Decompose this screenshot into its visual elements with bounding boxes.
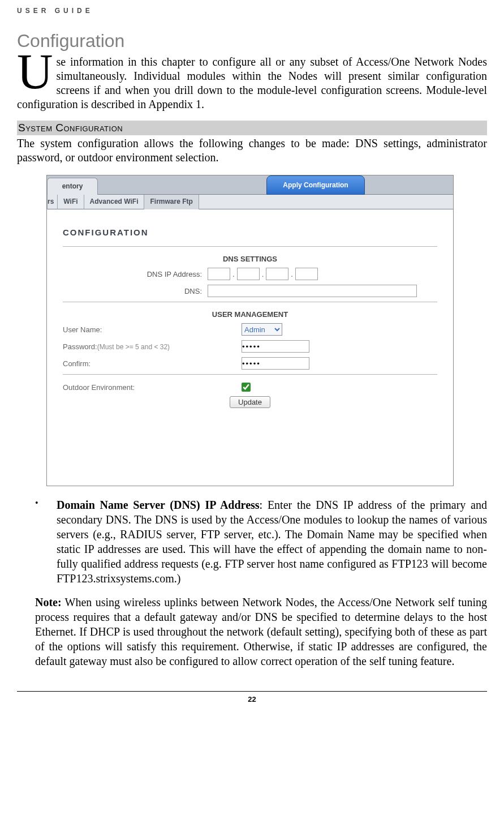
dot-icon: .: [260, 270, 266, 278]
password-input[interactable]: [242, 340, 309, 353]
system-configuration-heading: System Configuration: [17, 121, 487, 135]
config-panel-title: CONFIGURATION: [63, 228, 437, 237]
tab-wifi[interactable]: WiFi: [58, 195, 84, 209]
dns-ip-octet-2[interactable]: [237, 268, 260, 280]
dns-ip-octet-3[interactable]: [266, 268, 288, 280]
dot-icon: .: [288, 270, 295, 278]
note-paragraph: Note: When using wireless uplinks betwee…: [35, 595, 487, 668]
password-row: Password:(Must be >= 5 and < 32): [63, 340, 437, 353]
intro-paragraph: Use information in this chapter to confi…: [17, 55, 487, 111]
tab-firmware-ftp[interactable]: Firmware Ftp: [144, 195, 199, 209]
config-panel: CONFIGURATION DNS SETTINGS DNS IP Addres…: [47, 209, 453, 408]
dns-name-label: DNS:: [63, 287, 208, 295]
user-name-select[interactable]: Admin: [242, 323, 282, 336]
user-management-heading: USER MANAGEMENT: [63, 310, 437, 319]
dropcap: U: [17, 55, 57, 89]
tab-rs[interactable]: rs: [47, 195, 58, 209]
footer-rule: [17, 691, 487, 692]
bullet-dns-ip: • Domain Name Server (DNS) IP Address: E…: [35, 497, 487, 586]
tab-inventory[interactable]: entory: [47, 178, 98, 195]
confirm-input[interactable]: [242, 357, 309, 370]
dns-name-input[interactable]: [208, 285, 417, 297]
dns-ip-octet-1[interactable]: [208, 268, 230, 280]
user-name-row: User Name: Admin: [63, 323, 437, 336]
bullet-title: Domain Name Server (DNS) IP Address: [57, 499, 260, 511]
bullet-text: Domain Name Server (DNS) IP Address: Ent…: [57, 497, 487, 586]
note-body: When using wireless uplinks between Netw…: [35, 596, 487, 667]
tab-apply-configuration[interactable]: Apply Configuration: [266, 175, 365, 195]
tab-advanced-wifi[interactable]: Advanced WiFi: [84, 195, 145, 209]
dns-ip-row: DNS IP Address: . . .: [63, 268, 437, 280]
running-header: USER GUIDE: [17, 7, 487, 15]
password-label: Password:(Must be >= 5 and < 32): [63, 342, 242, 351]
password-hint: (Must be >= 5 and < 32): [97, 343, 170, 351]
chapter-title: Configuration: [17, 31, 487, 52]
outdoor-row: Outdoor Environment:: [63, 383, 437, 392]
intro-text: se information in this chapter to config…: [17, 55, 487, 110]
page-number: 22: [17, 695, 487, 708]
divider: [63, 302, 437, 302]
dns-name-row: DNS:: [63, 285, 437, 297]
dns-ip-octet-4[interactable]: [295, 268, 318, 280]
top-tab-row: entory Apply Configuration: [47, 175, 453, 195]
bullet-body: : Enter the DNS IP address of the primar…: [57, 499, 487, 585]
outdoor-label: Outdoor Environment:: [63, 383, 242, 392]
outdoor-checkbox[interactable]: [242, 383, 251, 392]
divider: [63, 246, 437, 247]
sub-tab-row: rsWiFiAdvanced WiFiFirmware Ftp: [47, 195, 453, 209]
confirm-label: Confirm:: [63, 359, 242, 368]
bullet-mark: •: [35, 497, 57, 586]
update-button[interactable]: Update: [230, 396, 270, 408]
dns-ip-label: DNS IP Address:: [63, 270, 208, 278]
confirm-row: Confirm:: [63, 357, 437, 370]
config-screenshot: entory Apply Configuration rsWiFiAdvance…: [46, 175, 454, 486]
dns-settings-heading: DNS SETTINGS: [63, 255, 437, 263]
note-lead: Note:: [35, 596, 62, 608]
dot-icon: .: [230, 270, 237, 278]
divider: [63, 374, 437, 375]
user-name-label: User Name:: [63, 325, 242, 334]
update-button-wrap: Update: [63, 396, 437, 408]
system-configuration-desc: The system configuration allows the foll…: [17, 136, 487, 165]
